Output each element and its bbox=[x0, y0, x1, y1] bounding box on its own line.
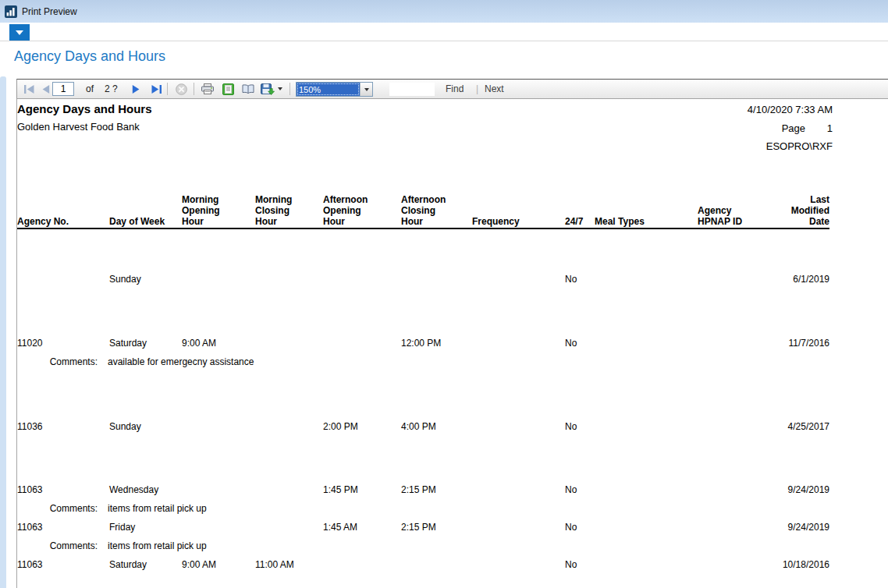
find-next-button[interactable]: Next bbox=[485, 80, 504, 98]
cell-morning-opening: 9:00 AM bbox=[182, 559, 216, 570]
cell-morning-opening: 9:00 AM bbox=[182, 338, 216, 349]
table-row: Sunday No 6/1/2019 bbox=[0, 274, 888, 285]
export-button[interactable] bbox=[259, 80, 284, 97]
chevron-down-icon bbox=[16, 30, 23, 35]
report-subtitle: Golden Harvest Food Bank bbox=[17, 121, 140, 133]
table-row: 11063 Wednesday 1:45 PM 2:15 PM No 9/24/… bbox=[0, 484, 888, 495]
cell-agency-no: 11063 bbox=[17, 484, 42, 495]
page-setup-book-icon bbox=[242, 84, 254, 94]
cell-day-of-week: Sunday bbox=[109, 274, 141, 285]
comments-value: items from retail pick up bbox=[108, 503, 207, 514]
cell-afternoon-closing: 4:00 PM bbox=[401, 421, 436, 432]
cell-day-of-week: Saturday bbox=[109, 559, 147, 570]
report-datetime: 4/10/2020 7:33 AM bbox=[748, 104, 833, 115]
table-row: 11036 Sunday 2:00 PM 4:00 PM No 4/25/201… bbox=[0, 421, 888, 432]
report-viewer-toolbar: of 2 ? bbox=[16, 79, 888, 99]
cell-afternoon-opening: 1:45 AM bbox=[323, 522, 357, 533]
cell-last-modified: 9/24/2019 bbox=[788, 484, 829, 495]
comments-row: Comments: items from retail pick up bbox=[0, 540, 888, 551]
cell-24-7: No bbox=[565, 338, 577, 349]
last-page-button[interactable] bbox=[147, 80, 165, 97]
comments-value: items from retail pick up bbox=[108, 540, 207, 551]
window-titlebar: Print Preview bbox=[0, 0, 888, 23]
cell-day-of-week: Wednesday bbox=[109, 484, 158, 495]
export-save-icon bbox=[261, 83, 275, 95]
header-underline bbox=[17, 228, 829, 229]
report-username: ESOPRO\RXF bbox=[766, 140, 833, 152]
cell-afternoon-closing: 2:15 PM bbox=[401, 484, 436, 495]
report-page-number: 1 bbox=[827, 122, 833, 134]
cell-24-7: No bbox=[565, 421, 577, 432]
comments-label: Comments: bbox=[44, 540, 98, 551]
report-title: Agency Days and Hours bbox=[17, 102, 152, 115]
find-text-input[interactable] bbox=[389, 83, 435, 96]
col-header-24-7: 24/7 bbox=[565, 216, 583, 227]
col-header-meal-types: Meal Types bbox=[595, 216, 645, 227]
chevron-down-icon bbox=[364, 88, 369, 91]
comments-label: Comments: bbox=[44, 503, 98, 514]
cell-afternoon-opening: 2:00 PM bbox=[323, 421, 358, 432]
col-header-morning-opening: Morning Opening Hour bbox=[182, 194, 220, 227]
cell-morning-closing: 11:00 AM bbox=[255, 559, 294, 570]
cell-day-of-week: Saturday bbox=[109, 338, 147, 349]
col-header-agency-no: Agency No. bbox=[17, 216, 69, 227]
cell-agency-no: 11063 bbox=[17, 559, 42, 570]
print-button[interactable] bbox=[199, 80, 216, 97]
cell-last-modified: 9/24/2019 bbox=[788, 522, 829, 533]
cell-afternoon-closing: 2:15 PM bbox=[401, 522, 436, 533]
window-title: Print Preview bbox=[22, 6, 77, 17]
cell-last-modified: 10/18/2016 bbox=[783, 559, 829, 570]
table-row: 11063 Saturday 9:00 AM 11:00 AM No 10/18… bbox=[0, 559, 888, 570]
of-label: of bbox=[86, 80, 94, 98]
cell-last-modified: 4/25/2017 bbox=[788, 421, 829, 432]
cell-agency-no: 11020 bbox=[17, 338, 42, 349]
zoom-dropdown-button[interactable] bbox=[360, 83, 372, 96]
print-layout-icon bbox=[222, 83, 234, 95]
app-menu-dropdown-button[interactable] bbox=[9, 24, 30, 41]
zoom-select[interactable]: 150% bbox=[296, 82, 373, 97]
cell-24-7: No bbox=[565, 559, 577, 570]
current-page-input[interactable] bbox=[52, 82, 74, 96]
comments-row: Comments: available for emergecny assist… bbox=[0, 356, 888, 367]
col-header-day-of-week: Day of Week bbox=[109, 216, 165, 227]
col-header-agency-hpnap-id: Agency HPNAP ID bbox=[698, 205, 742, 227]
col-header-afternoon-closing: Afternoon Closing Hour bbox=[401, 194, 446, 227]
cell-24-7: No bbox=[565, 484, 577, 495]
next-page-icon bbox=[132, 85, 140, 94]
report-app-icon bbox=[5, 5, 17, 18]
cell-last-modified: 6/1/2019 bbox=[793, 274, 829, 285]
find-button[interactable]: Find bbox=[446, 80, 464, 98]
table-row: 11063 Friday 1:45 AM 2:15 PM No 9/24/201… bbox=[0, 522, 888, 533]
menu-row bbox=[0, 23, 888, 41]
col-header-morning-closing: Morning Closing Hour bbox=[255, 194, 292, 227]
page-title: Agency Days and Hours bbox=[14, 48, 165, 65]
total-pages-label: 2 ? bbox=[105, 80, 118, 98]
printer-icon bbox=[201, 83, 214, 94]
previous-page-icon bbox=[42, 85, 50, 94]
zoom-selected-value: 150% bbox=[297, 83, 360, 96]
cancel-icon bbox=[176, 83, 187, 95]
comments-row: Comments: items from retail pick up bbox=[0, 503, 888, 514]
table-row: 11020 Saturday 9:00 AM 12:00 PM No 11/7/… bbox=[0, 338, 888, 349]
cell-agency-no: 11063 bbox=[17, 522, 42, 533]
cancel-rendering-button[interactable] bbox=[172, 80, 190, 97]
first-page-button[interactable] bbox=[20, 80, 37, 97]
print-layout-button[interactable] bbox=[219, 80, 236, 97]
cell-afternoon-opening: 1:45 PM bbox=[323, 484, 358, 495]
cell-day-of-week: Friday bbox=[109, 522, 135, 533]
export-dropdown-arrow-icon bbox=[278, 87, 282, 90]
cell-24-7: No bbox=[565, 522, 577, 533]
page-setup-button[interactable] bbox=[240, 80, 257, 97]
col-header-last-modified: Last Modified Date bbox=[791, 194, 829, 227]
next-page-button[interactable] bbox=[127, 80, 144, 97]
col-header-afternoon-opening: Afternoon Opening Hour bbox=[323, 194, 368, 227]
cell-24-7: No bbox=[565, 274, 577, 285]
col-header-frequency: Frequency bbox=[472, 216, 520, 227]
print-preview-window: Print Preview Agency Days and Hours of 2… bbox=[0, 0, 888, 588]
cell-day-of-week: Sunday bbox=[109, 421, 141, 432]
last-page-icon bbox=[151, 85, 162, 94]
cell-last-modified: 11/7/2016 bbox=[789, 338, 830, 349]
first-page-icon bbox=[24, 85, 34, 94]
comments-label: Comments: bbox=[44, 356, 98, 367]
report-page-label: Page bbox=[782, 122, 805, 134]
